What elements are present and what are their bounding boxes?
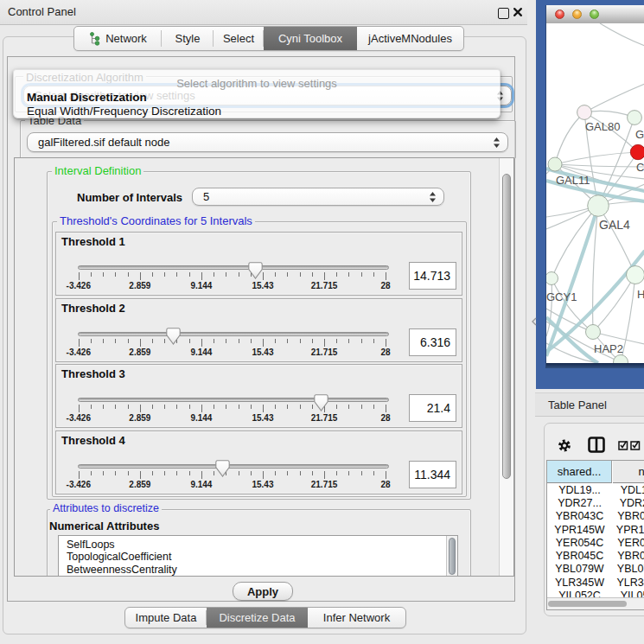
cell-shared-name[interactable]: YBR045C (547, 550, 612, 563)
threshold-1-slider-track[interactable] (78, 265, 389, 270)
column-header-name[interactable]: n (613, 461, 644, 483)
threshold-1-slider-thumb[interactable] (248, 262, 263, 279)
attributes-scrollbar-thumb[interactable] (449, 538, 456, 575)
network-node-hap2[interactable] (586, 325, 601, 340)
threshold-3-label: Threshold 3 (61, 367, 125, 380)
attributes-list-scrollbar[interactable] (446, 536, 457, 577)
dropdown-option-equal-width-frequency[interactable]: Equal Width/Frequency Discretization (14, 104, 500, 118)
threshold-3-slider-thumb[interactable] (314, 394, 328, 411)
bottom-tab-discretize-data[interactable]: Discretize Data (207, 608, 308, 628)
slider-tick (386, 471, 386, 479)
cell-shared-name[interactable]: YBR043C (547, 510, 612, 523)
table-row[interactable]: YBR045CYBR045C (547, 550, 644, 563)
select-rows-checkbox-icon[interactable] (618, 440, 628, 450)
table-row[interactable]: YER054CYER054C (547, 536, 644, 549)
slider-tick (91, 339, 92, 343)
threshold-2-value-field[interactable]: 6.316 (409, 328, 456, 356)
tab-label: jActiveMNodules (368, 32, 452, 45)
network-node-c[interactable] (630, 144, 644, 159)
bottom-tab-impute-data[interactable]: Impute Data (125, 608, 207, 628)
settings-scrollbar-thumb[interactable] (502, 174, 511, 479)
table-data-combo[interactable]: galFiltered.sif default node (27, 132, 508, 152)
network-canvas[interactable]: GAL80GA...C...GAL11GAL4GCY1H...HAP2 (546, 23, 644, 363)
cell-shared-name[interactable]: YLR345W (547, 576, 612, 589)
tab-network[interactable]: Network (74, 27, 162, 50)
attribute-item[interactable]: TopologicalCoefficient (59, 551, 457, 563)
settings-vertical-scrollbar[interactable] (499, 158, 513, 576)
panel-collapse-arrow-icon[interactable] (531, 317, 538, 326)
select-columns-checkbox-icon[interactable] (630, 440, 641, 450)
table-row[interactable]: YPR145WYPR145W (547, 523, 644, 536)
tab-jactivemnodules[interactable]: jActiveMNodules (357, 27, 463, 50)
network-node[interactable] (614, 355, 628, 364)
slider-tick (91, 471, 92, 475)
cell-name[interactable]: YPR145W (613, 523, 644, 536)
threshold-1-label: Threshold 1 (61, 235, 125, 248)
number-of-intervals-combo[interactable]: 5 (192, 188, 444, 206)
threshold-2-slider-track[interactable] (78, 332, 389, 336)
split-columns-icon[interactable] (588, 437, 605, 453)
table-row[interactable]: YDL19...YDL19... (547, 483, 644, 496)
tab-cyni-toolbox[interactable]: Cyni Toolbox (264, 27, 357, 50)
table-horizontal-scrollbar[interactable] (547, 597, 644, 609)
network-node-h[interactable] (627, 266, 644, 284)
cell-name[interactable]: YBR043C (613, 510, 644, 523)
table-row[interactable]: YDR27...YDR27... (547, 496, 644, 509)
cell-shared-name[interactable]: YPR145W (547, 523, 612, 536)
settings-gear-icon[interactable] (558, 438, 571, 453)
float-window-icon[interactable] (498, 8, 509, 19)
network-node-label: GAL4 (599, 218, 630, 232)
slider-tick (176, 272, 177, 277)
slider-tick (239, 471, 239, 475)
dropdown-prompt-item[interactable]: Select algorithm to view settings (14, 76, 500, 90)
threshold-4-value-field[interactable]: 11.344 (409, 461, 456, 488)
slider-tick-label: 2.859 (129, 348, 150, 357)
close-light-icon[interactable] (555, 10, 564, 19)
numerical-attributes-list[interactable]: SelfLoopsTopologicalCoefficientBetweenne… (58, 535, 458, 577)
cell-shared-name[interactable]: YER054C (547, 536, 612, 549)
threshold-2-slider-thumb[interactable] (166, 328, 181, 345)
cell-name[interactable]: YER054C (613, 536, 644, 549)
cell-name[interactable]: YDR27... (613, 496, 644, 509)
minimize-light-icon[interactable] (572, 10, 582, 19)
control-panel-title: Control Panel (8, 5, 76, 18)
dropdown-option-manual-discretization[interactable]: Manual Discretization (14, 90, 500, 104)
network-node-gal80[interactable] (577, 105, 592, 120)
slider-tick (361, 471, 362, 475)
combo-arrows-icon (493, 137, 501, 148)
tab-style[interactable]: Style (162, 27, 214, 50)
cell-shared-name[interactable]: YDL19... (547, 483, 612, 496)
slider-tick (189, 272, 190, 277)
cell-name[interactable]: YBL079W (613, 563, 644, 576)
close-icon[interactable] (513, 7, 523, 17)
node-attribute-table: shared... n YDL19...YDL19...YDR27...YDR2… (546, 460, 644, 610)
threshold-4-slider-thumb[interactable] (215, 460, 230, 477)
column-header-shared-name[interactable]: shared... (547, 461, 612, 483)
cell-name[interactable]: YDL19... (613, 483, 644, 496)
attribute-item[interactable]: SelfLoops (59, 539, 457, 551)
threshold-3-value-field[interactable]: 21.4 (409, 394, 456, 422)
cell-shared-name[interactable]: YBL079W (547, 563, 612, 576)
bottom-tab-infer-network[interactable]: Infer Network (308, 608, 405, 628)
threshold-4-label: Threshold 4 (61, 434, 125, 447)
cell-name[interactable]: YBR045C (613, 550, 644, 563)
apply-button[interactable]: Apply (233, 582, 293, 601)
threshold-1-value-field[interactable]: 14.713 (409, 262, 456, 290)
threshold-4-slider-track[interactable] (78, 464, 389, 469)
threshold-3-slider-track[interactable] (78, 398, 389, 402)
network-node-gcy1[interactable] (546, 272, 558, 285)
table-row[interactable]: YBL079WYBL079W (547, 563, 644, 576)
attribute-item[interactable]: BetweennessCentrality (59, 564, 457, 576)
cell-shared-name[interactable]: YDR27... (547, 496, 612, 509)
network-node-gal4[interactable] (588, 195, 609, 217)
table-row[interactable]: YBR043CYBR043C (547, 510, 644, 523)
zoom-light-icon[interactable] (590, 10, 599, 19)
network-window-titlebar[interactable] (546, 5, 644, 24)
table-row[interactable]: YLR345WYLR345W (547, 576, 644, 589)
tab-select[interactable]: Select (214, 27, 264, 50)
network-node-gal11[interactable] (548, 157, 562, 171)
slider-tick (115, 272, 116, 277)
table-scrollbar-thumb[interactable] (548, 601, 627, 608)
cell-name[interactable]: YLR345W (613, 576, 644, 589)
network-node-ga[interactable] (628, 111, 642, 125)
